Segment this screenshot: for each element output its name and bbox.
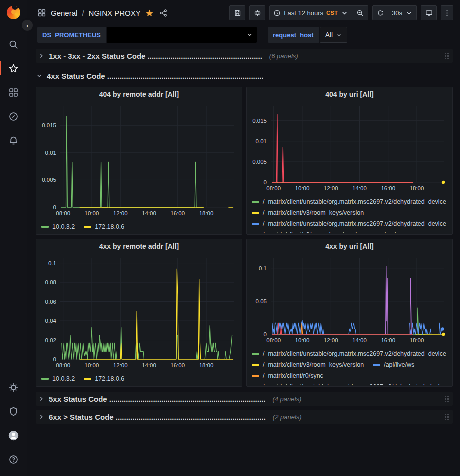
grafana-logo-icon[interactable] — [7, 6, 20, 19]
svg-text:10:00: 10:00 — [295, 337, 310, 343]
legend-series-swatch — [252, 212, 259, 214]
breadcrumb: General / NGINX PROXY — [37, 8, 168, 17]
legend-series-label: 172.18.0.6 — [95, 223, 124, 230]
svg-text:0.015: 0.015 — [42, 122, 56, 128]
refresh-interval-button[interactable]: 30s — [388, 5, 417, 20]
sidebar-expand-button[interactable]: › — [22, 20, 33, 31]
dashboard-body: 1xx - 3xx - 2xx Status Code ............… — [27, 48, 460, 476]
chevron-right-icon — [38, 52, 45, 59]
variable-host-value: All — [325, 31, 333, 39]
legend-item[interactable]: 172.18.0.6 — [84, 221, 124, 232]
variable-ds-label[interactable]: DS_PROMETHEUS — [37, 27, 106, 43]
svg-text:0: 0 — [264, 179, 267, 185]
cycle-view-button[interactable] — [421, 5, 437, 20]
sidebar-item-alerting[interactable] — [4, 131, 22, 149]
zoom-out-button[interactable] — [352, 5, 368, 20]
svg-text:0.06: 0.06 — [45, 299, 56, 305]
timeseries-chart: 00.050.108:0010:0012:0014:0016:0018:00 — [247, 253, 452, 347]
toolbar: Last 12 hours CST 30s — [229, 5, 453, 20]
sidebar-item-settings[interactable] — [4, 378, 22, 396]
timezone-label: CST — [326, 10, 338, 16]
sidebar: › — [0, 0, 27, 476]
sidebar-item-starred[interactable] — [4, 59, 22, 77]
svg-text:08:00: 08:00 — [266, 337, 281, 343]
legend-item[interactable]: 10.0.3.2 — [41, 373, 75, 384]
variable-host-value-dropdown[interactable]: All — [320, 27, 348, 43]
main-area: General / NGINX PROXY — [27, 0, 460, 476]
legend-item[interactable]: /_matrix/client/r0/sync — [252, 370, 323, 381]
timeseries-chart: 00.0050.010.01508:0010:0012:0014:0016:00… — [36, 101, 242, 220]
chevron-down-icon — [341, 9, 348, 17]
legend-series-label: 10.0.3.2 — [52, 375, 75, 382]
panel-title[interactable]: 4xx by uri [All] — [247, 239, 452, 253]
svg-text:0: 0 — [264, 331, 267, 337]
legend-item[interactable]: /_matrix/client/unstable/org.matrix.msc2… — [252, 196, 446, 207]
legend-item[interactable]: 10.0.3.2 — [41, 221, 75, 232]
help-icon — [8, 454, 19, 465]
row-6xx[interactable]: 6xx > Status Code ......................… — [36, 410, 453, 424]
sidebar-item-server-admin[interactable] — [4, 402, 22, 420]
chevron-down-icon — [247, 32, 253, 38]
sidebar-item-search[interactable] — [4, 35, 22, 53]
legend-series-swatch — [41, 378, 49, 380]
breadcrumb-folder[interactable]: General — [51, 9, 77, 17]
sidebar-item-explore[interactable] — [4, 107, 22, 125]
time-controls: Last 12 hours CST — [269, 5, 368, 20]
legend-item[interactable]: /_matrix/client/v3/room_keys/version — [252, 207, 364, 218]
apps-grid-icon[interactable] — [37, 8, 46, 17]
svg-text:16:00: 16:00 — [170, 362, 185, 368]
refresh-icon — [377, 9, 384, 17]
sidebar-item-help[interactable] — [4, 450, 22, 468]
row-4xx[interactable]: 4xx Status Code ........................… — [36, 69, 453, 83]
legend-item[interactable]: 172.18.0.6 — [84, 373, 124, 384]
row-1xx-3xx-2xx[interactable]: 1xx - 3xx - 2xx Status Code ............… — [36, 49, 453, 63]
svg-text:0.1: 0.1 — [48, 260, 56, 266]
refresh-button[interactable] — [372, 5, 388, 20]
save-dashboard-button[interactable] — [229, 5, 245, 20]
row-5xx[interactable]: 5xx Status Code ........................… — [36, 392, 453, 406]
row-drag-handle[interactable] — [445, 396, 451, 402]
panel-title[interactable]: 404 by remote addr [All] — [36, 87, 242, 101]
sidebar-item-profile[interactable] — [4, 426, 22, 444]
svg-text:0.08: 0.08 — [45, 279, 56, 285]
dashboard-settings-button[interactable] — [249, 5, 265, 20]
panel-4xx-by-uri: 4xx by uri [All] 00.050.108:0010:0012:00… — [246, 239, 453, 387]
chevron-down-icon — [336, 32, 342, 38]
legend-item[interactable]: /_matrix/client/unstable/org.matrix.msc2… — [252, 381, 446, 385]
legend-series-label: /_matrix/client/v3/room_keys/version — [263, 361, 364, 368]
star-filled-icon[interactable] — [145, 9, 154, 17]
legend-item[interactable]: /_matrix/client/v3/room_keys/version — [252, 229, 364, 233]
time-picker-button[interactable]: Last 12 hours CST — [269, 5, 352, 20]
svg-text:0.005: 0.005 — [42, 177, 56, 183]
legend-item[interactable]: /api/live/ws — [373, 359, 414, 370]
sidebar-item-dashboards[interactable] — [4, 83, 22, 101]
legend-item[interactable]: /_matrix/client/v3/room_keys/version — [252, 359, 364, 370]
legend-item[interactable]: /_matrix/client/unstable/org.matrix.msc2… — [252, 348, 446, 359]
row-drag-handle[interactable] — [445, 53, 451, 59]
legend-item[interactable]: /sw.js — [373, 229, 399, 233]
kebab-menu-button[interactable] — [441, 5, 453, 20]
row-panel-count: (6 panels) — [269, 52, 298, 60]
legend-series-swatch — [252, 364, 259, 366]
variable-host-label[interactable]: request_host — [268, 27, 319, 43]
panel-title[interactable]: 404 by uri [All] — [247, 87, 452, 101]
svg-text:14:00: 14:00 — [352, 185, 367, 191]
share-icon[interactable] — [159, 9, 168, 17]
kebab-icon — [443, 9, 451, 17]
breadcrumb-separator: / — [82, 9, 84, 17]
legend-series-swatch — [84, 226, 91, 228]
dashboard-title[interactable]: NGINX PROXY — [89, 9, 141, 17]
variable-ds-value-dropdown[interactable] — [107, 27, 257, 43]
clock-icon — [273, 9, 281, 17]
row-panel-count: (2 panels) — [273, 413, 302, 421]
row-title: 5xx Status Code ........................… — [49, 395, 265, 403]
svg-text:10:00: 10:00 — [295, 185, 310, 191]
gear-icon — [8, 382, 19, 393]
chevron-right-icon — [38, 413, 45, 420]
row-drag-handle[interactable] — [445, 414, 451, 420]
panel-404-by-remote-addr: 404 by remote addr [All] 00.0050.010.015… — [36, 87, 242, 235]
legend-series-label: /sw.js — [384, 231, 399, 233]
panel-title[interactable]: 4xx by remote addr [All] — [36, 239, 242, 253]
legend-item[interactable]: /_matrix/client/unstable/org.matrix.msc2… — [252, 218, 446, 229]
legend-series-swatch — [373, 364, 380, 366]
